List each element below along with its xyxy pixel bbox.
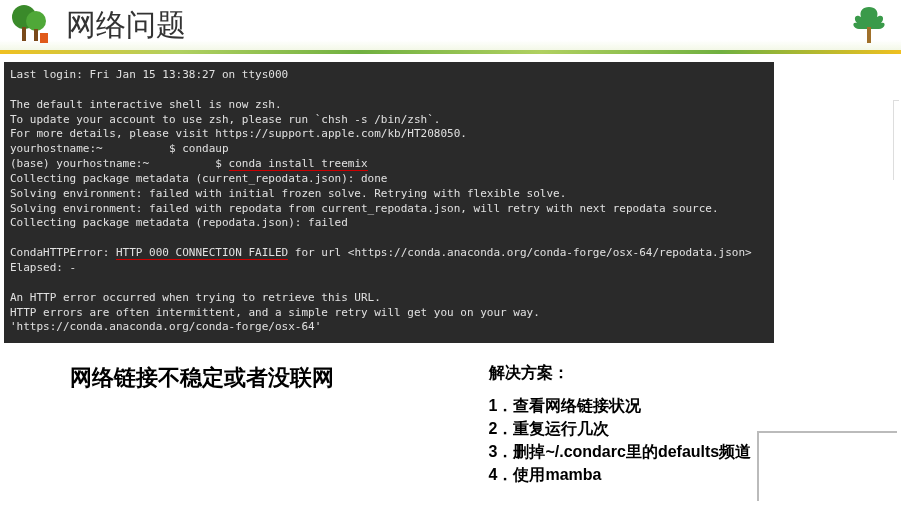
tree-right-icon	[845, 1, 893, 49]
tree-left-icon	[8, 1, 56, 49]
overlay-panel-corner	[757, 431, 897, 501]
install-command: conda install treemix	[229, 157, 368, 171]
terminal-line: Last login: Fri Jan 15 13:38:27 on ttys0…	[10, 68, 288, 81]
svg-rect-4	[40, 33, 48, 43]
terminal-line: Collecting package metadata (repodata.js…	[10, 216, 348, 229]
terminal-line: For more details, please visit https://s…	[10, 127, 467, 140]
terminal-line: (base) yourhostname:~ $	[10, 157, 229, 170]
terminal-line: Collecting package metadata (current_rep…	[10, 172, 388, 185]
problem-description: 网络链接不稳定或者没联网	[0, 363, 469, 488]
page-title: 网络问题	[66, 5, 186, 46]
slide-header: 网络问题	[0, 0, 901, 54]
terminal-output: Last login: Fri Jan 15 13:38:27 on ttys0…	[4, 62, 774, 343]
svg-rect-2	[22, 27, 26, 41]
terminal-line: yourhostname:~ $ condaup	[10, 142, 229, 155]
terminal-line: CondaHTTPError:	[10, 246, 116, 259]
svg-rect-3	[34, 29, 38, 41]
terminal-line: The default interactive shell is now zsh…	[10, 98, 282, 111]
solution-title: 解决方案：	[489, 363, 901, 384]
terminal-line: 'https://conda.anaconda.org/conda-forge/…	[10, 320, 321, 333]
terminal-line: Solving environment: failed with repodat…	[10, 202, 719, 215]
terminal-line: An HTTP error occurred when trying to re…	[10, 291, 381, 304]
right-panel-edge	[893, 100, 899, 180]
terminal-line: To update your account to use zsh, pleas…	[10, 113, 440, 126]
terminal-line: Elapsed: -	[10, 261, 76, 274]
solution-item: 1．查看网络链接状况	[489, 396, 901, 417]
svg-point-1	[26, 11, 46, 31]
svg-rect-5	[867, 27, 871, 43]
terminal-line: Solving environment: failed with initial…	[10, 187, 566, 200]
error-highlight: HTTP 000 CONNECTION FAILED	[116, 246, 288, 260]
terminal-line: HTTP errors are often intermittent, and …	[10, 306, 540, 319]
terminal-line: for url <https://conda.anaconda.org/cond…	[288, 246, 752, 259]
